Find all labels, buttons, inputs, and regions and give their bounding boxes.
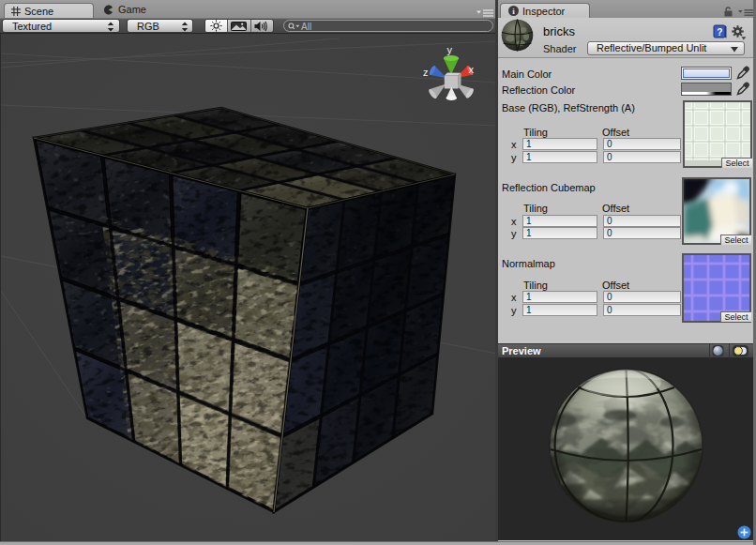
svg-text:?: ? <box>717 27 722 38</box>
svg-text:z: z <box>423 67 429 78</box>
svg-text:y: y <box>447 44 453 55</box>
svg-text:x: x <box>469 64 475 75</box>
